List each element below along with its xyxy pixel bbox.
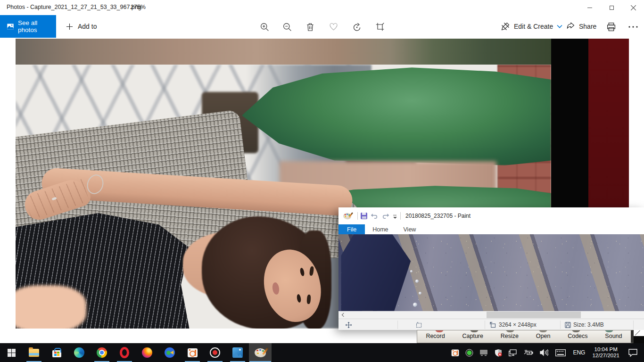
undo-icon[interactable]	[370, 212, 379, 220]
start-button[interactable]	[0, 343, 23, 362]
sound-button[interactable]: Sound	[605, 333, 622, 339]
image-dimensions-value: 3264 × 2448px	[499, 321, 537, 328]
separator	[357, 212, 358, 220]
tray-power[interactable]	[520, 343, 537, 362]
photos-zoom-level: 275%	[131, 4, 146, 10]
windows-logo-icon	[8, 349, 16, 357]
edge-icon	[74, 347, 84, 358]
delete-button[interactable]	[304, 21, 316, 33]
photo-gallery-icon	[7, 23, 14, 31]
photos-window-title: Photos - Capture_2021_12_27_21_53_33_967…	[7, 4, 141, 10]
more-options-button[interactable]	[627, 21, 639, 33]
codecs-icon-partial	[572, 330, 580, 332]
redo-icon[interactable]	[381, 212, 390, 220]
crop-icon	[375, 22, 385, 32]
paint-canvas[interactable]	[339, 234, 644, 311]
chevron-down-icon	[557, 25, 562, 28]
record-button[interactable]: Record	[426, 333, 445, 339]
paint-taskbar-icon	[255, 348, 266, 357]
tab-file[interactable]: File	[339, 224, 365, 234]
photo-shoulder	[16, 285, 86, 329]
paint-horizontal-scrollbar[interactable]	[339, 311, 644, 319]
tab-home[interactable]: Home	[365, 224, 396, 234]
scrollbar-thumb[interactable]	[487, 312, 581, 318]
edit-create-label: Edit & Create	[514, 23, 553, 30]
photos-titlebar[interactable]: Photos - Capture_2021_12_27_21_53_33_967…	[0, 0, 644, 15]
photos-app-icon	[232, 347, 243, 358]
taskbar-chrome[interactable]	[91, 343, 113, 362]
firefox-icon	[142, 347, 152, 358]
tray-display[interactable]	[476, 343, 491, 362]
taskbar-screen-recorder[interactable]	[204, 343, 226, 362]
recorder-toolbar-window[interactable]: Record Capture Resize Open Codecs Sound	[417, 330, 634, 343]
canvas-navy-region	[341, 234, 433, 311]
action-center-button[interactable]	[623, 343, 642, 362]
tray-screenshot-tool[interactable]	[448, 343, 462, 362]
sound-icon-partial	[605, 330, 613, 332]
clock-time: 10:04 PM	[594, 346, 618, 353]
background-patch	[634, 336, 644, 343]
paint-menu-tabs: File Home View	[339, 224, 644, 234]
status-divider	[397, 321, 398, 329]
edit-create-button[interactable]: Edit & Create	[501, 15, 562, 38]
resize-button[interactable]: Resize	[501, 333, 519, 339]
action-center-icon	[628, 349, 637, 357]
taskbar-camera-app[interactable]	[158, 343, 181, 362]
taskbar-store[interactable]	[45, 343, 68, 362]
edit-create-icon	[501, 22, 510, 31]
screen-recorder-icon	[210, 347, 220, 358]
zoom-out-button[interactable]	[281, 21, 293, 33]
canvas-bubble	[419, 292, 421, 295]
see-all-photos-button[interactable]: See all photos	[0, 15, 56, 38]
close-button[interactable]	[622, 0, 644, 15]
recorder-status-icon	[465, 349, 473, 357]
minimize-button[interactable]	[579, 0, 601, 15]
capture-button[interactable]: Capture	[462, 333, 483, 339]
tray-language[interactable]: ENG	[570, 343, 588, 362]
save-icon[interactable]	[361, 213, 367, 219]
taskbar-file-explorer[interactable]	[23, 343, 45, 362]
open-button[interactable]: Open	[536, 333, 551, 339]
touch-keyboard-icon	[555, 349, 566, 356]
screenshot-tool-tray-icon	[452, 349, 459, 356]
tray-volume[interactable]	[537, 343, 552, 362]
tray-network[interactable]	[505, 343, 520, 362]
chrome-icon	[97, 347, 107, 358]
quick-access-dropdown-icon[interactable]	[393, 214, 397, 219]
taskbar-firefox[interactable]	[136, 343, 158, 362]
paint-titlebar[interactable]: 20180825_232705 - Paint	[339, 207, 644, 224]
taskbar-photos-app[interactable]	[226, 343, 249, 362]
scroll-left-arrow[interactable]	[339, 312, 347, 318]
favorite-button[interactable]	[327, 21, 339, 33]
heart-icon	[329, 22, 339, 32]
rotate-button[interactable]	[351, 21, 363, 33]
add-to-button[interactable]: Add to	[60, 15, 102, 38]
print-button[interactable]	[605, 21, 617, 33]
share-button[interactable]: Share	[566, 15, 596, 38]
ellipsis-icon	[628, 25, 638, 28]
zoom-in-icon	[260, 22, 270, 32]
minimize-icon	[587, 8, 592, 8]
pencil-cursor-area	[634, 330, 644, 336]
tab-view[interactable]: View	[396, 224, 424, 234]
zoom-in-button[interactable]	[258, 21, 271, 33]
close-icon	[631, 5, 636, 10]
tray-recorder-status[interactable]	[462, 343, 476, 362]
tray-clock[interactable]: 10:04 PM 12/27/2021	[588, 343, 623, 362]
taskbar-paint[interactable]	[249, 343, 272, 362]
taskbar-edge[interactable]	[68, 343, 91, 362]
codecs-button[interactable]: Codecs	[568, 333, 587, 339]
taskbar-screenshot-tool[interactable]	[181, 343, 204, 362]
network-icon	[509, 349, 517, 356]
plus-icon	[66, 23, 73, 30]
tray-security[interactable]	[491, 343, 505, 362]
tray-touch-keyboard[interactable]	[552, 343, 570, 362]
taskbar-apps	[0, 343, 272, 362]
maximize-button[interactable]	[601, 0, 622, 15]
rotate-icon	[352, 22, 362, 32]
file-size-icon	[564, 321, 571, 329]
taskbar-opera[interactable]	[113, 343, 136, 362]
crop-button[interactable]	[374, 21, 386, 33]
store-icon	[52, 350, 61, 357]
paint-window[interactable]: 20180825_232705 - Paint File Home View	[339, 207, 644, 330]
